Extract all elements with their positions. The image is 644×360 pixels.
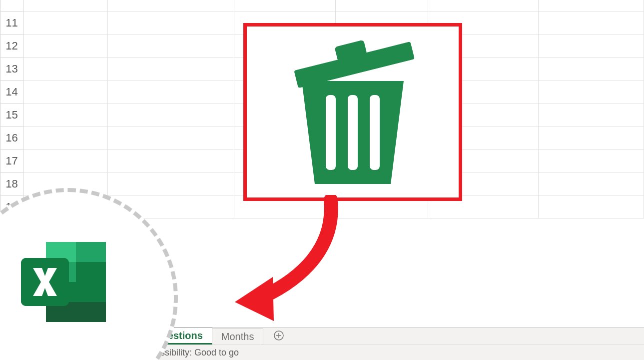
add-sheet-button[interactable] [270, 328, 287, 344]
svg-rect-3 [348, 95, 358, 170]
row-header[interactable]: 11 [0, 12, 23, 34]
svg-rect-2 [326, 95, 336, 170]
trash-icon [288, 36, 418, 188]
svg-rect-15 [76, 262, 106, 282]
excel-logo-icon [16, 237, 111, 329]
svg-marker-5 [235, 277, 274, 321]
svg-rect-4 [370, 95, 380, 170]
row-header[interactable]: 13 [0, 58, 23, 80]
row-header[interactable]: 12 [0, 34, 23, 58]
row-header-column: 11 12 13 14 15 16 17 18 19 [0, 0, 23, 218]
row-header-partial[interactable] [0, 0, 23, 12]
row-header[interactable]: 17 [0, 150, 23, 172]
annotation-trash-box [243, 23, 462, 201]
row-header[interactable]: 14 [0, 80, 23, 104]
svg-rect-14 [76, 242, 106, 262]
row-header[interactable]: 15 [0, 104, 23, 126]
sheet-tab-months[interactable]: Months [212, 328, 264, 344]
row-header[interactable]: 18 [0, 172, 23, 196]
row-header[interactable]: 16 [0, 126, 23, 150]
add-sheet-icon [273, 330, 284, 343]
